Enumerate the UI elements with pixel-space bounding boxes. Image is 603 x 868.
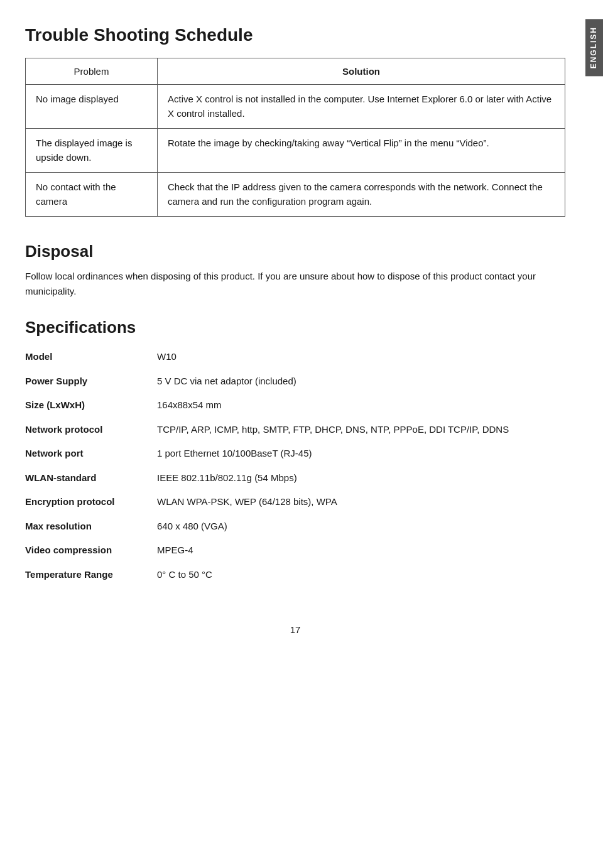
specs-label: Model	[25, 345, 157, 369]
table-cell-solution: Active X control is not installed in the…	[158, 85, 565, 129]
specs-value: 0° C to 50 °C	[157, 563, 565, 587]
specs-label: Max resolution	[25, 514, 157, 539]
specs-row: Network protocolTCP/IP, ARP, ICMP, http,…	[25, 418, 565, 442]
specs-value: 1 port Ethernet 10/100BaseT (RJ-45)	[157, 442, 565, 466]
specs-value: TCP/IP, ARP, ICMP, http, SMTP, FTP, DHCP…	[157, 418, 565, 442]
specs-value: 5 V DC via net adaptor (included)	[157, 369, 565, 394]
specs-row: Max resolution640 x 480 (VGA)	[25, 514, 565, 539]
specs-value: 164x88x54 mm	[157, 393, 565, 418]
specs-row: Network port1 port Ethernet 10/100BaseT …	[25, 442, 565, 466]
table-row: No image displayedActive X control is no…	[26, 85, 565, 129]
specifications-heading: Specifications	[25, 318, 565, 337]
page-container: ENGLISH Trouble Shooting Schedule Proble…	[0, 0, 603, 673]
specs-row: Power Supply5 V DC via net adaptor (incl…	[25, 369, 565, 394]
specs-value: W10	[157, 345, 565, 369]
table-header-solution: Solution	[158, 58, 565, 85]
specs-label: Power Supply	[25, 369, 157, 394]
trouble-shooting-table: Problem Solution No image displayedActiv…	[25, 58, 565, 217]
specs-row: Encryption protocolWLAN WPA-PSK, WEP (64…	[25, 490, 565, 514]
table-cell-problem: No contact with the camera	[26, 173, 158, 217]
table-cell-solution: Rotate the image by checking/taking away…	[158, 129, 565, 173]
specs-label: WLAN-standard	[25, 466, 157, 491]
table-row: The displayed image is upside down.Rotat…	[26, 129, 565, 173]
table-header-problem: Problem	[26, 58, 158, 85]
page-number: 17	[25, 624, 565, 635]
specs-label: Video compression	[25, 538, 157, 563]
page-title: Trouble Shooting Schedule	[25, 25, 565, 45]
specs-label: Network protocol	[25, 418, 157, 442]
specs-row: Size (LxWxH)164x88x54 mm	[25, 393, 565, 418]
table-cell-solution: Check that the IP address given to the c…	[158, 173, 565, 217]
table-row: No contact with the cameraCheck that the…	[26, 173, 565, 217]
specs-row: WLAN-standardIEEE 802.11b/802.11g (54 Mb…	[25, 466, 565, 491]
specs-label: Network port	[25, 442, 157, 466]
specs-label: Encryption protocol	[25, 490, 157, 514]
specifications-table: ModelW10Power Supply5 V DC via net adapt…	[25, 345, 565, 587]
table-cell-problem: No image displayed	[26, 85, 158, 129]
language-tab: ENGLISH	[585, 19, 603, 76]
disposal-heading: Disposal	[25, 242, 565, 261]
specs-value: IEEE 802.11b/802.11g (54 Mbps)	[157, 466, 565, 491]
specs-value: 640 x 480 (VGA)	[157, 514, 565, 539]
specs-value: WLAN WPA-PSK, WEP (64/128 bits), WPA	[157, 490, 565, 514]
specs-label: Temperature Range	[25, 563, 157, 587]
specs-value: MPEG-4	[157, 538, 565, 563]
specs-row: Video compressionMPEG-4	[25, 538, 565, 563]
specs-label: Size (LxWxH)	[25, 393, 157, 418]
specs-row: Temperature Range0° C to 50 °C	[25, 563, 565, 587]
specs-row: ModelW10	[25, 345, 565, 369]
table-cell-problem: The displayed image is upside down.	[26, 129, 158, 173]
disposal-text: Follow local ordinances when disposing o…	[25, 269, 565, 299]
